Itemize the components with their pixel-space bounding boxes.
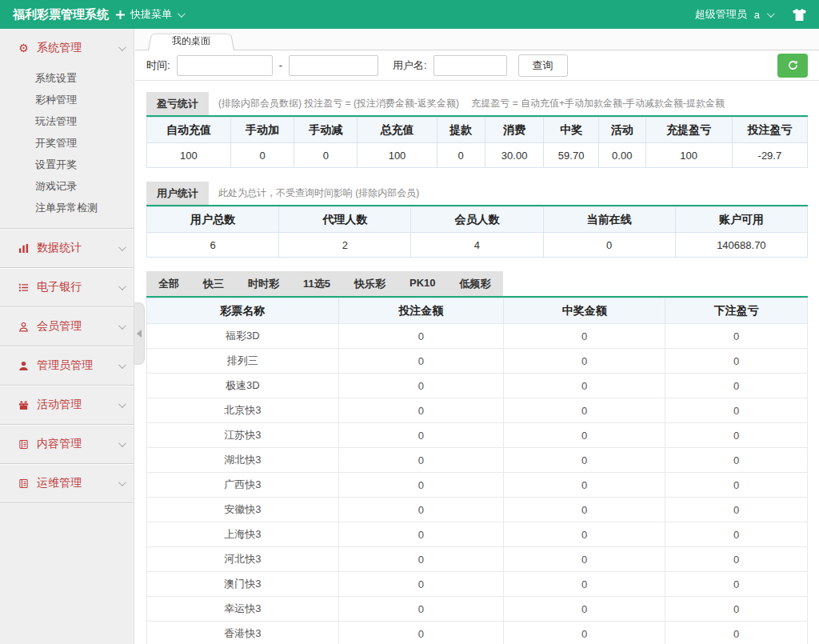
sidebar-item-system-management[interactable]: ⚙ 系统管理 (0, 29, 134, 67)
table-cell: 2 (279, 233, 411, 258)
sidebar-group-members: 会员管理 (0, 307, 134, 346)
table-cell: 100 (147, 143, 231, 168)
sidebar-item-lottery-type[interactable]: 彩种管理 (0, 89, 134, 110)
table-cell: 0 (338, 597, 504, 622)
tab-my-desktop[interactable]: 我的桌面 (148, 32, 234, 50)
tab-kuaisan[interactable]: 快三 (191, 271, 236, 296)
sidebar-group-label: 数据统计 (37, 241, 82, 255)
table-cell: 0 (665, 622, 808, 644)
sidebar-collapse-handle[interactable] (134, 302, 145, 365)
query-button[interactable]: 查询 (518, 54, 568, 77)
table-cell: 0 (504, 423, 665, 448)
column-header: 自动充值 (147, 118, 231, 143)
lottery-table: 彩票名称 投注金额 中奖金额 下注盈亏 福彩3D000 排列三000 极速3D0… (146, 298, 808, 644)
sidebar-item-ops-management[interactable]: 运维管理 (0, 464, 134, 502)
table-cell: 59.70 (544, 143, 599, 168)
table-cell: 0 (504, 572, 665, 597)
gift-icon (18, 400, 30, 410)
table-cell: 江苏快3 (147, 423, 339, 448)
table-cell: 香港快3 (147, 622, 339, 644)
column-header: 会员人数 (411, 207, 543, 233)
theme-tshirt-icon[interactable] (793, 9, 806, 21)
sidebar-item-member-management[interactable]: 会员管理 (0, 307, 134, 346)
table-cell: 0 (665, 423, 808, 448)
table-row: 100 0 0 100 0 30.00 59.70 0.00 100 -29.7 (147, 143, 808, 168)
list-icon (18, 282, 30, 293)
dashboard-sections: 盈亏统计 (排除内部会员数据) 投注盈亏 = (投注消费金额-返奖金额) 充提盈… (135, 81, 819, 644)
column-header: 手动加 (230, 118, 294, 143)
column-header: 活动 (598, 118, 645, 143)
table-cell: 0 (665, 398, 808, 423)
column-header: 中奖 (544, 118, 599, 143)
profit-stats-table: 自动充值 手动加 手动减 总充值 提款 消费 中奖 活动 充提盈亏 投注盈亏 1… (146, 117, 808, 168)
sidebar-item-game-records[interactable]: 游戏记录 (0, 175, 134, 197)
table-row: 广西快3000 (147, 473, 808, 498)
user-role-label: 超级管理员 (695, 7, 747, 22)
table-row: 湖北快3000 (147, 448, 808, 473)
sidebar-group-activities: 活动管理 (0, 386, 134, 425)
sidebar-group-statistics: 数据统计 (0, 229, 134, 268)
sidebar-item-system-settings[interactable]: 系统设置 (0, 67, 134, 89)
table-cell: 0 (665, 473, 808, 498)
table-row: 江苏快3000 (147, 423, 808, 448)
sidebar-item-draw-management[interactable]: 开奖管理 (0, 132, 134, 154)
sidebar-item-data-statistics[interactable]: 数据统计 (0, 229, 134, 267)
sidebar-item-abnormal-bet-check[interactable]: 注单异常检测 (0, 197, 134, 218)
chevron-down-icon (118, 43, 126, 51)
tab-shishicai[interactable]: 时时彩 (236, 271, 291, 296)
tab-pk10[interactable]: PK10 (398, 271, 448, 296)
table-cell: 6 (147, 233, 279, 258)
table-cell: 0 (294, 143, 358, 168)
content-icon (18, 439, 30, 450)
tab-all[interactable]: 全部 (146, 271, 191, 296)
sidebar-item-electronic-bank[interactable]: 电子银行 (0, 268, 134, 306)
user-section-header: 用户统计 此处为总计，不受查询时间影响 (排除内部会员) (146, 182, 808, 206)
table-cell: 安徽快3 (147, 498, 339, 522)
sidebar-item-admin-management[interactable]: 管理员管理 (0, 346, 134, 385)
table-row: 河北快3000 (147, 547, 808, 572)
username-input[interactable] (433, 55, 507, 76)
table-cell: 0 (338, 622, 504, 644)
column-header: 投注盈亏 (732, 118, 807, 143)
refresh-button[interactable] (777, 54, 808, 78)
tab-dipincai[interactable]: 低频彩 (448, 271, 503, 296)
quick-menu-button[interactable]: 快捷菜单 (116, 7, 183, 22)
top-bar: 福利彩票管理系统 快捷菜单 超级管理员 a (0, 0, 819, 29)
time-to-input[interactable] (289, 55, 378, 76)
app-title: 福利彩票管理系统 (0, 7, 116, 22)
collapse-arrow-icon (137, 330, 142, 338)
user-menu[interactable]: 超级管理员 a (695, 7, 806, 22)
table-row: 福彩3D000 (147, 324, 808, 349)
sidebar-item-play-management[interactable]: 玩法管理 (0, 110, 134, 132)
tab-kuailecai[interactable]: 快乐彩 (342, 271, 398, 296)
table-header-row: 自动充值 手动加 手动减 总充值 提款 消费 中奖 活动 充提盈亏 投注盈亏 (147, 118, 808, 143)
table-cell: 0 (338, 547, 504, 572)
range-separator: - (279, 59, 282, 71)
table-cell: 0 (338, 498, 504, 522)
table-cell: 0 (504, 597, 665, 622)
tab-11xuan5[interactable]: 11选5 (291, 271, 342, 296)
table-cell: 幸运快3 (147, 597, 339, 622)
sidebar-group-admins: 管理员管理 (0, 346, 134, 386)
table-cell: 30.00 (485, 143, 544, 168)
table-row: 排列三000 (147, 349, 808, 374)
sidebar-group-label: 会员管理 (37, 319, 82, 334)
column-header: 总充值 (358, 118, 437, 143)
sidebar-item-activity-management[interactable]: 活动管理 (0, 386, 134, 424)
sidebar-group-label: 系统管理 (37, 41, 82, 55)
table-cell: 0 (504, 324, 665, 349)
table-row: 极速3D000 (147, 374, 808, 398)
sidebar-item-set-draw[interactable]: 设置开奖 (0, 154, 134, 175)
sidebar-item-content-management[interactable]: 内容管理 (0, 425, 134, 463)
column-header: 用户总数 (147, 207, 279, 233)
username-label: 用户名: (393, 58, 427, 73)
chevron-down-icon (118, 439, 126, 447)
time-from-input[interactable] (177, 55, 273, 76)
table-row: 6 2 4 0 140688.70 (147, 233, 808, 258)
desktop-tab-strip: 我的桌面 (135, 29, 819, 50)
chevron-down-icon (118, 361, 126, 369)
table-cell: 极速3D (147, 374, 339, 398)
main-content: 我的桌面 时间: - 用户名: 查询 盈亏统计 (排除内部会员数据) 投注盈亏 … (135, 29, 819, 644)
chevron-down-icon (118, 400, 126, 408)
table-cell: 0 (437, 143, 485, 168)
